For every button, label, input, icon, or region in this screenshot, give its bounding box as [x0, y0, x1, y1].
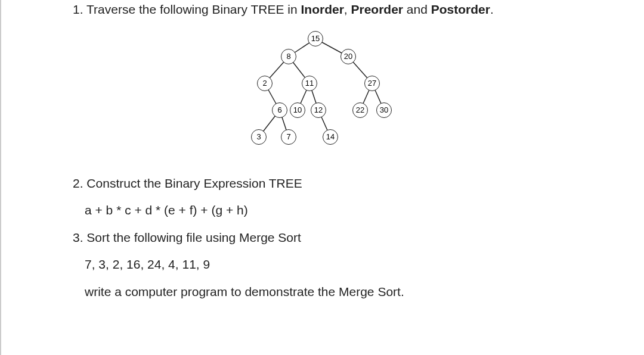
question-1: 1. Traverse the following Binary TREE in… [25, 0, 620, 19]
node-10: 10 [290, 102, 305, 118]
q3-program: write a computer program to demonstrate … [25, 282, 620, 301]
question-2: 2. Construct the Binary Expression TREE [25, 174, 620, 193]
node-6: 6 [272, 102, 287, 118]
node-11: 11 [302, 76, 317, 91]
node-2: 2 [257, 76, 273, 91]
q1-pre: Traverse the following Binary TREE in [86, 2, 301, 16]
q3-data: 7, 3, 2, 16, 24, 4, 11, 9 [25, 255, 620, 274]
q2-expression: a + b * c + d * (e + f) + (g + h) [25, 201, 620, 220]
node-30: 30 [376, 102, 392, 118]
q2-text: Construct the Binary Expression TREE [86, 176, 302, 190]
node-8: 8 [281, 49, 296, 64]
binary-tree-diagram: 15 8 20 2 11 27 6 10 12 22 30 3 7 14 [221, 31, 424, 156]
node-7: 7 [281, 129, 296, 145]
node-12: 12 [311, 102, 326, 118]
node-27: 27 [364, 76, 380, 91]
node-3: 3 [251, 129, 267, 145]
q2-number: 2. [73, 176, 83, 190]
question-3: 3. Sort the following file using Merge S… [25, 228, 620, 247]
q1-preorder: Preorder [351, 2, 403, 16]
node-22: 22 [352, 102, 368, 118]
q1-postorder: Postorder [431, 2, 490, 16]
node-15: 15 [308, 31, 323, 46]
q3-number: 3. [73, 231, 83, 244]
q1-inorder: Inorder [301, 2, 343, 16]
q1-number: 1. [73, 2, 83, 16]
node-14: 14 [323, 129, 338, 145]
q3-text: Sort the following file using Merge Sort [86, 231, 301, 244]
node-20: 20 [340, 49, 356, 64]
